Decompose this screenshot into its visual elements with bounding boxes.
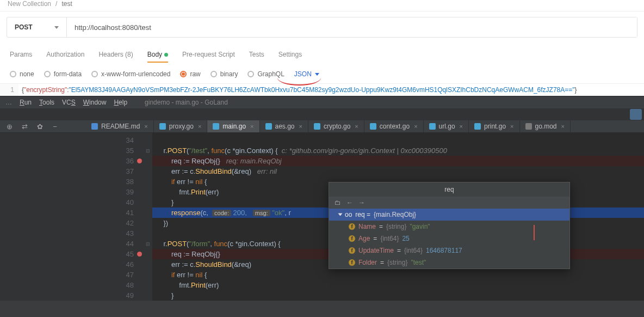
close-icon[interactable]: × [198,123,201,130]
tab-context[interactable]: context.go× [364,120,424,132]
code-editor[interactable]: 34353637383940414243444546474849 ⊟⊟ r.PO… [0,133,644,301]
request-bar: POST [7,17,637,38]
close-icon[interactable]: × [144,123,147,130]
request-tabs: Params Authorization Headers (8) Body Pr… [0,47,644,67]
method-dropdown[interactable]: POST [7,17,67,37]
debug-title: req [329,182,569,197]
hide-icon[interactable]: − [49,120,61,132]
ide-panel: … RRunun Tools VCS Window Help gindemo -… [0,96,644,317]
modified-dot-icon [164,53,168,57]
go-file-icon [429,123,436,130]
radio-raw[interactable]: raw [180,70,200,78]
debug-toolbar: 🗀 ← → [329,197,569,209]
breadcrumb-sep: / [55,0,57,8]
folder-icon[interactable]: 🗀 [335,199,341,206]
debug-popup[interactable]: req 🗀 ← → oo req = {main.ReqObj} fName =… [329,182,570,269]
tab-settings[interactable]: Settings [278,47,302,63]
expand-icon [338,214,343,216]
tab-tests[interactable]: Tests [249,47,264,63]
tab-proxy[interactable]: proxy.go× [154,120,208,132]
tab-aes[interactable]: aes.go× [260,120,308,132]
tab-headers[interactable]: Headers (8) [98,47,133,63]
tab-crypto[interactable]: crypto.go× [308,120,364,132]
menu-vcs[interactable]: VCS [62,99,76,106]
go-file-icon [370,123,376,130]
close-icon[interactable]: × [414,123,417,130]
field-icon: f [349,259,355,266]
go-file-icon [213,123,219,130]
gear-icon[interactable]: ✿ [34,120,46,132]
radio-binary[interactable]: binary [210,70,238,78]
debug-field-row[interactable]: fUpdateTime = {int64} 1646878117 [329,245,569,257]
editor-gutter: 1 [0,84,18,96]
mod-file-icon [525,123,532,130]
breadcrumb: New Collection / test [0,0,644,11]
line-gutter[interactable]: 34353637383940414243444546474849 [114,133,144,301]
tab-prerequest[interactable]: Pre-request Script [182,47,235,63]
search-icon[interactable] [630,109,642,120]
ide-toolbar [0,108,644,120]
chevron-down-icon [315,73,319,76]
radio-urlencoded[interactable]: x-www-form-urlencoded [91,70,170,78]
breadcrumb-current[interactable]: test [61,0,72,8]
collapse-icon[interactable]: ⇄ [18,120,30,132]
tab-params[interactable]: Params [10,47,32,63]
project-pane[interactable] [0,133,114,301]
tab-body[interactable]: Body [147,47,168,63]
go-file-icon [474,123,481,130]
field-icon: f [349,223,355,230]
close-icon[interactable]: × [250,123,253,130]
menu-window[interactable]: Window [83,99,107,106]
radio-formdata[interactable]: form-data [44,70,82,78]
go-file-icon [159,123,166,130]
close-icon[interactable]: × [510,123,513,130]
close-icon[interactable]: × [299,123,302,130]
close-icon[interactable]: × [355,123,358,130]
tab-readme[interactable]: README.md× [86,120,154,132]
radio-graphql[interactable]: GraphQL [247,70,284,78]
forward-icon[interactable]: → [358,199,365,206]
md-file-icon [91,123,98,130]
method-label: POST [15,23,33,31]
field-icon: f [349,247,355,254]
target-icon[interactable]: ⊕ [3,120,15,132]
tab-gomod[interactable]: go.mod× [520,120,571,132]
fold-column[interactable]: ⊟⊟ [144,133,152,301]
field-icon: f [349,235,355,242]
tab-url[interactable]: url.go× [424,120,469,132]
body-editor[interactable]: 1 {"encryptString":"El5AYM83J49AAGAyN9oV… [0,83,644,96]
url-input[interactable] [67,17,637,37]
editor-tabs: ⊕ ⇄ ✿ − README.md× proxy.go× main.go× ae… [0,120,644,133]
annotation-caret [534,225,535,240]
go-file-icon [265,123,272,130]
ide-menu-bar: … RRunun Tools VCS Window Help gindemo -… [0,96,644,108]
close-icon[interactable]: × [460,123,463,130]
tab-main[interactable]: main.go× [207,120,259,132]
menu-tools[interactable]: Tools [39,99,54,106]
body-type-row: none form-data x-www-form-urlencoded raw… [0,67,644,83]
close-icon[interactable]: × [561,123,565,130]
chevron-down-icon [54,26,59,29]
radio-none[interactable]: none [10,70,34,78]
menu-help[interactable]: Help [114,99,127,106]
menu-run[interactable]: RRunun [20,99,32,106]
back-icon[interactable]: ← [346,199,353,206]
debug-field-row[interactable]: fFolder = {string} "test" [329,257,569,269]
tab-authorization[interactable]: Authorization [46,47,84,63]
go-file-icon [314,123,320,130]
debug-root-row[interactable]: oo req = {main.ReqObj} [329,209,569,221]
editor-line[interactable]: {"encryptString":"El5AYM83J49AAGAyN9oVSm… [18,84,644,96]
ide-title: gindemo - main.go - GoLand [145,99,228,106]
tab-print[interactable]: print.go× [469,120,519,132]
body-format-dropdown[interactable]: JSON [294,70,319,78]
breadcrumb-parent[interactable]: New Collection [8,0,51,8]
postman-panel: New Collection / test POST Params Author… [0,0,644,96]
